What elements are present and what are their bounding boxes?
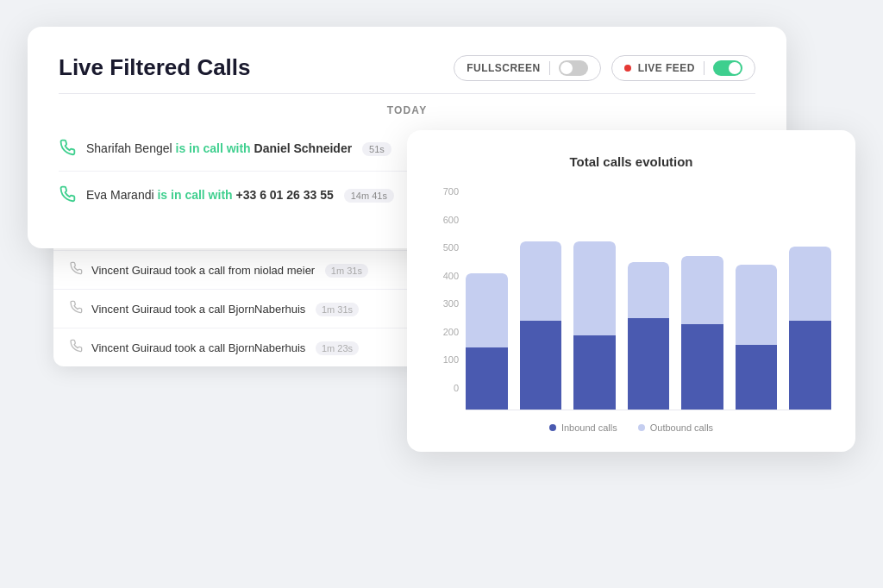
past-phone-icon-4 (69, 300, 83, 317)
bar-inbound-1 (466, 347, 508, 410)
fullscreen-knob (560, 62, 573, 74)
past-duration-4: 1m 31s (316, 303, 359, 316)
bar-stack-6 (736, 265, 778, 410)
toggle-group: FULLSCREEN LIVE FEED (454, 55, 755, 81)
call-text-2: Eva Marandi is in call with +33 6 01 26 … (86, 188, 443, 202)
y-label-500: 500 (443, 242, 459, 253)
y-label-400: 400 (443, 271, 459, 281)
inbound-dot (549, 424, 556, 431)
bar-outbound-6 (736, 265, 778, 345)
y-label-600: 600 (443, 215, 459, 225)
y-axis: 700 600 500 400 300 200 100 0 (431, 186, 464, 393)
bar-stack-1 (466, 273, 508, 410)
bar-group-2 (520, 241, 562, 410)
bar-stack-5 (681, 256, 723, 410)
livefeed-label: LIVE FEED (638, 62, 695, 74)
bar-inbound-2 (520, 321, 562, 410)
bar-group-3 (573, 241, 616, 410)
caller-1: Sharifah Bengel (86, 141, 176, 155)
bar-group-5 (681, 256, 723, 410)
bar-stack-2 (520, 241, 562, 410)
legend-inbound: Inbound calls (549, 422, 617, 433)
past-call-text-5: Vincent Guiraud took a call BjornNaberhu… (91, 341, 409, 354)
phone-icon-2 (59, 185, 78, 204)
callee-1: Daniel Schneider (254, 141, 353, 155)
y-label-100: 100 (443, 354, 459, 365)
today-label: TODAY (59, 104, 755, 116)
page-title: Live Filtered Calls (59, 54, 251, 81)
header-row: Live Filtered Calls FULLSCREEN LIVE FEED (59, 54, 755, 81)
bars-container (466, 203, 831, 410)
y-label-300: 300 (443, 298, 459, 309)
bar-stack-3 (573, 241, 616, 410)
chart-area: 700 600 500 400 300 200 100 0 (431, 186, 831, 410)
y-label-200: 200 (443, 327, 459, 337)
past-phone-icon-5 (69, 339, 83, 356)
past-call-row-3: Vincent Guiraud took a call from niolad … (53, 251, 424, 290)
bar-outbound-2 (520, 241, 562, 322)
caller-2: Eva Marandi (86, 188, 157, 202)
y-label-700: 700 (443, 186, 459, 197)
y-label-0: 0 (454, 383, 459, 393)
past-call-text-4: Vincent Guiraud took a call BjornNaberhu… (91, 303, 409, 316)
header-separator (59, 93, 755, 94)
fullscreen-toggle[interactable]: FULLSCREEN (454, 55, 600, 81)
livefeed-toggle[interactable]: LIVE FEED (611, 55, 755, 81)
divider (549, 61, 550, 75)
chart-title: Total calls evolution (431, 154, 831, 169)
past-duration-3: 1m 31s (325, 264, 368, 278)
status-1: is in call with (176, 141, 254, 155)
callee-2: +33 6 01 26 33 55 (236, 188, 334, 202)
phone-icon-1 (59, 139, 78, 158)
bar-stack-7 (789, 247, 831, 410)
livefeed-knob (729, 62, 741, 74)
bar-inbound-4 (628, 318, 670, 410)
bar-group-1 (466, 273, 508, 410)
bar-inbound-7 (789, 321, 831, 410)
chart-card: Total calls evolution 700 600 500 400 30… (407, 130, 855, 452)
legend-outbound: Outbound calls (638, 422, 713, 433)
livefeed-switch[interactable] (713, 60, 742, 76)
live-dot (624, 65, 631, 72)
fullscreen-label: FULLSCREEN (467, 62, 540, 74)
chart-legend: Inbound calls Outbound calls (431, 422, 831, 433)
bar-outbound-1 (466, 273, 508, 347)
fullscreen-switch[interactable] (559, 60, 588, 76)
past-call-row-4: Vincent Guiraud took a call BjornNaberhu… (53, 290, 424, 328)
outbound-dot (638, 424, 645, 431)
bar-group-4 (628, 262, 670, 410)
call-text-1: Sharifah Bengel is in call with Daniel S… (86, 141, 443, 155)
bar-outbound-4 (628, 262, 670, 318)
past-duration-5: 1m 23s (316, 341, 359, 355)
past-call-text-3: Vincent Guiraud took a call from niolad … (91, 264, 409, 277)
bar-outbound-3 (573, 241, 616, 336)
bar-group-7 (789, 247, 831, 410)
duration-2: 14m 41s (344, 189, 394, 203)
divider2 (704, 61, 705, 75)
duration-1: 51s (362, 142, 391, 156)
inbound-label: Inbound calls (561, 422, 617, 433)
bar-inbound-3 (573, 335, 616, 410)
past-phone-icon-3 (69, 261, 83, 278)
bar-outbound-5 (681, 256, 723, 324)
bar-outbound-7 (789, 247, 831, 321)
bar-inbound-5 (681, 324, 723, 410)
outbound-label: Outbound calls (650, 422, 713, 433)
bar-inbound-6 (736, 345, 778, 410)
status-2: is in call with (157, 188, 235, 202)
past-call-row-5: Vincent Guiraud took a call BjornNaberhu… (53, 328, 424, 366)
bar-group-6 (736, 265, 778, 410)
bar-stack-4 (628, 262, 670, 410)
